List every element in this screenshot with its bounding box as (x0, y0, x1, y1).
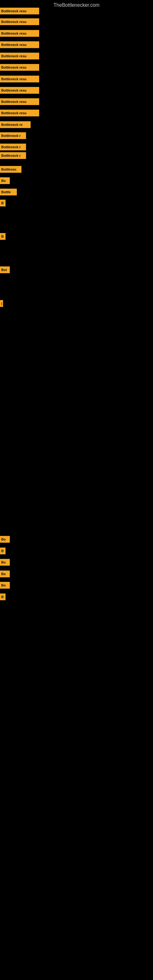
bottleneck-result-bar: Bottleneck r (0, 152, 26, 159)
bottleneck-result-bar: Bottleneck r (0, 132, 26, 139)
bottleneck-result-bar: B (0, 233, 5, 240)
bottleneck-result-bar: Bottleneck resu (0, 64, 39, 71)
bottleneck-result-bar: Bo (0, 177, 10, 184)
bottleneck-result-bar: Bot (0, 266, 10, 273)
bottleneck-result-bar: Bottleneck resu (0, 8, 39, 14)
bottleneck-result-bar: | (0, 300, 3, 307)
bottleneck-result-bar: Bottleneck resu (0, 18, 39, 25)
bottleneck-result-bar: Bottlenec (0, 166, 21, 173)
bottleneck-result-bar: Bottleneck resu (0, 30, 39, 37)
bottleneck-result-bar: Bottleneck re (0, 121, 30, 128)
bottleneck-result-bar: Bo (0, 571, 10, 577)
bottleneck-result-bar: Bottleneck resu (0, 76, 39, 83)
bottleneck-result-bar: Bottleneck resu (0, 110, 39, 116)
bottleneck-result-bar: Bottleneck r (0, 144, 26, 150)
bottleneck-result-bar: Bo (0, 536, 10, 542)
bottleneck-result-bar: Bo (0, 559, 10, 566)
bottleneck-result-bar: Bottleneck resu (0, 87, 39, 94)
bottleneck-result-bar: Bottleneck resu (0, 52, 39, 59)
bottleneck-result-bar: Bo (0, 582, 10, 589)
bottleneck-result-bar: B (0, 593, 5, 600)
bottleneck-result-bar: Bottleneck resu (0, 98, 39, 105)
bottleneck-result-bar: Bottle (0, 189, 17, 196)
bottleneck-result-bar: B (0, 200, 5, 207)
bottleneck-result-bar: B (0, 547, 5, 554)
bottleneck-result-bar: Bottleneck resu (0, 41, 39, 48)
